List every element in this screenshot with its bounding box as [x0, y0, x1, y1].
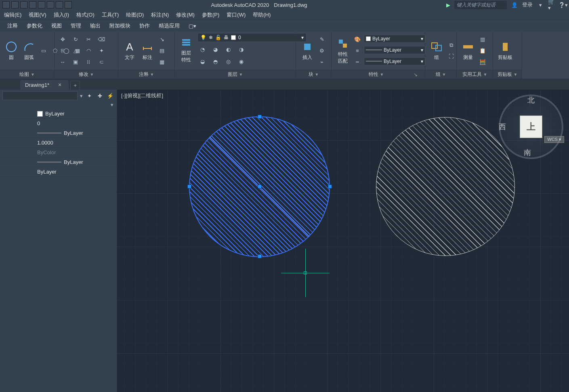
trim-icon[interactable]: ✂: [84, 35, 93, 44]
util-b-icon[interactable]: 📋: [478, 46, 487, 56]
selection-type-dropdown[interactable]: [2, 91, 78, 100]
login-label[interactable]: 登录: [522, 1, 533, 8]
tab-extra-icon[interactable]: ▢▾: [185, 21, 200, 31]
close-icon[interactable]: ×: [58, 82, 61, 88]
qat-plot-icon[interactable]: [47, 1, 54, 8]
util-a-icon[interactable]: ▥: [478, 35, 487, 44]
tab-parametric[interactable]: 参数化: [23, 21, 46, 31]
layer-properties-button[interactable]: 图层 特性: [178, 35, 194, 64]
layer-h-icon[interactable]: ◉: [236, 57, 246, 66]
viewcube-south[interactable]: 南: [524, 148, 531, 157]
layer-f-icon[interactable]: ◓: [210, 57, 220, 66]
exchange-icon[interactable]: ▾: [537, 1, 544, 8]
qat-redo-icon[interactable]: [65, 1, 72, 8]
paste-button[interactable]: 剪贴板: [496, 40, 514, 62]
block-create-icon[interactable]: ✎: [317, 35, 327, 44]
insert-block-button[interactable]: 插入: [299, 40, 315, 62]
dimension-tool[interactable]: 标注: [139, 40, 155, 62]
layer-e-icon[interactable]: ◒: [197, 57, 207, 66]
layer-g-icon[interactable]: ◎: [223, 57, 233, 66]
grip-center[interactable]: [258, 184, 262, 189]
lineweight-icon[interactable]: ≡: [353, 46, 362, 56]
layer-dropdown[interactable]: 💡 ❄ 🔓 🖶 0 ▾: [197, 33, 307, 42]
layer-a-icon[interactable]: ◔: [197, 44, 207, 54]
prop-plotstyle[interactable]: ByLayer: [0, 167, 117, 177]
copy-icon[interactable]: ⎘: [58, 46, 67, 56]
tab-output[interactable]: 输出: [86, 21, 105, 31]
grip-right[interactable]: [328, 184, 332, 189]
menu-edit[interactable]: 编辑(E): [4, 11, 21, 19]
explode-icon[interactable]: ✦: [97, 46, 106, 56]
drawing-canvas[interactable]: [-][俯视][二维线框] 上 北 南 西 WCS ▾: [117, 90, 569, 392]
viewcube-face[interactable]: 上: [520, 115, 542, 138]
groupedit-icon[interactable]: ⛶: [446, 52, 456, 61]
prop-ltscale[interactable]: 1.0000: [0, 138, 117, 148]
stretch-icon[interactable]: ↔: [58, 57, 67, 67]
block-edit-icon[interactable]: ⚙: [317, 46, 327, 56]
grip-bottom[interactable]: [258, 254, 262, 258]
block-attr-icon[interactable]: ⌁: [317, 57, 327, 67]
user-icon[interactable]: 👤: [511, 1, 518, 8]
menu-parametric[interactable]: 参数(P): [202, 11, 219, 19]
prop-lineweight[interactable]: ByLayer: [0, 157, 117, 167]
color-dropdown[interactable]: ByLayer▾: [364, 35, 425, 43]
linetype-icon[interactable]: ┅: [353, 57, 362, 67]
menu-help[interactable]: 帮助(H): [253, 11, 271, 19]
viewcube-west[interactable]: 西: [499, 122, 506, 132]
lineweight-dropdown[interactable]: ByLayer▾: [364, 46, 425, 54]
menu-insert[interactable]: 插入(I): [54, 11, 69, 19]
erase-icon[interactable]: ⌫: [97, 35, 106, 44]
qat-new-icon[interactable]: [2, 1, 10, 8]
rect-icon[interactable]: ▭: [39, 46, 48, 56]
file-tab-drawing1[interactable]: Drawing1* ×: [20, 80, 69, 90]
menu-tools[interactable]: 工具(T): [102, 11, 119, 19]
select-objects-icon[interactable]: ✚: [96, 92, 104, 100]
viewcube-north[interactable]: 北: [527, 95, 535, 105]
cart-icon[interactable]: 🛒▾: [548, 1, 555, 8]
qat-cloud-icon[interactable]: [38, 1, 45, 8]
tab-view[interactable]: 视图: [47, 21, 66, 31]
table-icon[interactable]: ▤: [157, 46, 167, 56]
menu-modify[interactable]: 修改(M): [176, 11, 195, 19]
match-properties-button[interactable]: 特性 匹配: [335, 36, 351, 65]
prop-bycolor[interactable]: ByColor: [0, 148, 117, 157]
tab-manage[interactable]: 管理: [67, 21, 85, 31]
new-tab-button[interactable]: +: [70, 81, 80, 90]
quick-calc-icon[interactable]: ⚡: [106, 92, 114, 100]
help-icon[interactable]: ❔▾: [559, 1, 567, 8]
grip-top[interactable]: [258, 115, 262, 119]
tab-featured[interactable]: 精选应用: [155, 21, 184, 31]
tab-addins[interactable]: 附加模块: [105, 21, 134, 31]
quick-select-icon[interactable]: ✦: [85, 92, 93, 100]
scale-icon[interactable]: ▣: [71, 57, 80, 67]
qat-open-icon[interactable]: [11, 1, 19, 8]
prop-linetype[interactable]: ByLayer: [0, 128, 117, 138]
menu-draw[interactable]: 绘图(D): [126, 11, 144, 19]
hatch-circle-2[interactable]: [376, 117, 515, 256]
search-input[interactable]: 键入关键字或短语: [454, 1, 507, 9]
util-c-icon[interactable]: 🧮: [478, 57, 487, 67]
menu-view[interactable]: 视图(V): [29, 11, 46, 19]
viewcube[interactable]: 上 北 南 西 WCS ▾: [499, 94, 563, 159]
layer-b-icon[interactable]: ◕: [210, 44, 220, 54]
layer-d-icon[interactable]: ◑: [236, 44, 246, 54]
rotate-icon[interactable]: ↻: [71, 35, 80, 44]
menu-window[interactable]: 窗口(W): [227, 11, 246, 19]
collapse-icon[interactable]: ▾: [0, 102, 117, 109]
prop-layer[interactable]: 0: [0, 119, 117, 128]
circle-tool[interactable]: 圆: [3, 40, 19, 62]
qat-undo-icon[interactable]: [56, 1, 63, 8]
measure-button[interactable]: 测量: [460, 40, 476, 62]
leader-icon[interactable]: ↘: [157, 35, 167, 44]
offset-icon[interactable]: ⊂: [97, 57, 106, 67]
array-icon[interactable]: ⁞⁞: [84, 57, 93, 67]
move-icon[interactable]: ✥: [58, 35, 67, 44]
menu-format[interactable]: 格式(O): [76, 11, 94, 19]
viewcube-wcs[interactable]: WCS ▾: [544, 136, 564, 143]
ungroup-icon[interactable]: ⧉: [446, 40, 456, 50]
mirror-icon[interactable]: △: [71, 46, 80, 56]
group-button[interactable]: 组: [428, 40, 445, 62]
tab-annotate[interactable]: 注释: [3, 21, 22, 31]
tab-collab[interactable]: 协作: [135, 21, 154, 31]
grip-left[interactable]: [187, 184, 191, 189]
